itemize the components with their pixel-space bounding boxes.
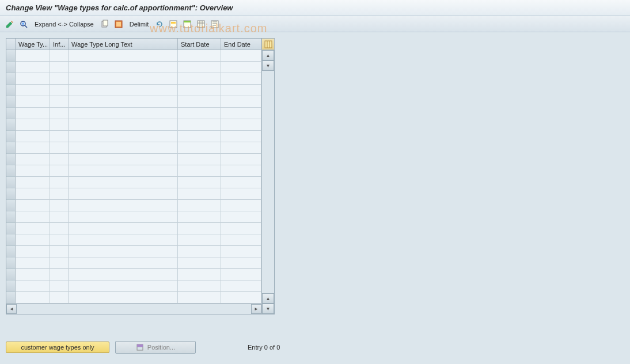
- cell-inf[interactable]: [50, 62, 69, 73]
- table-row[interactable]: [6, 73, 261, 85]
- cell-long-text[interactable]: [69, 177, 178, 188]
- table-row[interactable]: [6, 85, 261, 96]
- cell-wage-type[interactable]: [16, 50, 50, 62]
- col-long-text[interactable]: Wage Type Long Text: [69, 39, 178, 50]
- cell-end-date[interactable]: [221, 131, 261, 142]
- cell-start-date[interactable]: [178, 188, 221, 200]
- cell-end-date[interactable]: [221, 257, 261, 269]
- cell-long-text[interactable]: [69, 131, 178, 142]
- cell-start-date[interactable]: [178, 234, 221, 246]
- cell-inf[interactable]: [50, 223, 69, 234]
- cell-end-date[interactable]: [221, 62, 261, 73]
- cell-wage-type[interactable]: [16, 62, 50, 73]
- cell-wage-type[interactable]: [16, 165, 50, 177]
- table-row[interactable]: [6, 188, 261, 200]
- row-selector[interactable]: [6, 280, 16, 292]
- print-icon[interactable]: [210, 19, 220, 29]
- cell-start-date[interactable]: [178, 62, 221, 73]
- row-selector[interactable]: [6, 257, 16, 269]
- cell-inf[interactable]: [50, 211, 69, 223]
- row-selector[interactable]: [6, 177, 16, 188]
- row-selector[interactable]: [6, 108, 16, 119]
- cell-start-date[interactable]: [178, 119, 221, 131]
- cell-wage-type[interactable]: [16, 119, 50, 131]
- table-row[interactable]: [6, 131, 261, 142]
- undo-icon[interactable]: [154, 19, 165, 29]
- table-row[interactable]: [6, 246, 261, 257]
- other-view-icon[interactable]: [18, 19, 29, 29]
- cell-inf[interactable]: [50, 257, 69, 269]
- cell-start-date[interactable]: [178, 280, 221, 292]
- cell-end-date[interactable]: [221, 177, 261, 188]
- cell-long-text[interactable]: [69, 62, 178, 73]
- cell-long-text[interactable]: [69, 96, 178, 108]
- cell-start-date[interactable]: [178, 131, 221, 142]
- cell-inf[interactable]: [50, 154, 69, 165]
- table-row[interactable]: [6, 177, 261, 188]
- cell-start-date[interactable]: [178, 200, 221, 211]
- cell-end-date[interactable]: [221, 96, 261, 108]
- customer-wage-types-button[interactable]: customer wage types only: [6, 342, 109, 353]
- cell-inf[interactable]: [50, 142, 69, 154]
- cell-end-date[interactable]: [221, 200, 261, 211]
- row-selector[interactable]: [6, 142, 16, 154]
- cell-inf[interactable]: [50, 200, 69, 211]
- vertical-scrollbar[interactable]: ▲ ▼ ▲ ▼: [261, 39, 274, 314]
- cell-start-date[interactable]: [178, 223, 221, 234]
- cell-inf[interactable]: [50, 119, 69, 131]
- cell-end-date[interactable]: [221, 292, 261, 304]
- scroll-track-v[interactable]: [262, 71, 274, 293]
- copy-icon[interactable]: [100, 19, 110, 29]
- cell-start-date[interactable]: [178, 292, 221, 304]
- cell-inf[interactable]: [50, 188, 69, 200]
- table-row[interactable]: [6, 119, 261, 131]
- cell-end-date[interactable]: [221, 154, 261, 165]
- row-selector[interactable]: [6, 188, 16, 200]
- cell-inf[interactable]: [50, 96, 69, 108]
- cell-end-date[interactable]: [221, 142, 261, 154]
- row-selector[interactable]: [6, 50, 16, 62]
- cell-long-text[interactable]: [69, 85, 178, 96]
- col-start-date[interactable]: Start Date: [178, 39, 221, 50]
- row-selector[interactable]: [6, 154, 16, 165]
- table-row[interactable]: [6, 257, 261, 269]
- cell-wage-type[interactable]: [16, 269, 50, 280]
- cell-long-text[interactable]: [69, 269, 178, 280]
- row-selector[interactable]: [6, 119, 16, 131]
- table-row[interactable]: [6, 142, 261, 154]
- cell-end-date[interactable]: [221, 188, 261, 200]
- cell-wage-type[interactable]: [16, 154, 50, 165]
- scroll-down-icon[interactable]: ▼: [262, 60, 274, 71]
- cell-long-text[interactable]: [69, 165, 178, 177]
- select-block-icon[interactable]: [168, 19, 179, 29]
- cell-long-text[interactable]: [69, 50, 178, 62]
- cell-start-date[interactable]: [178, 108, 221, 119]
- cell-end-date[interactable]: [221, 73, 261, 85]
- cell-wage-type[interactable]: [16, 280, 50, 292]
- cell-inf[interactable]: [50, 131, 69, 142]
- scroll-up-icon[interactable]: ▲: [262, 50, 274, 60]
- scroll-down2-icon[interactable]: ▼: [262, 304, 274, 314]
- cell-inf[interactable]: [50, 292, 69, 304]
- cell-wage-type[interactable]: [16, 177, 50, 188]
- horizontal-scrollbar[interactable]: ◄ ►: [6, 304, 261, 314]
- cell-start-date[interactable]: [178, 269, 221, 280]
- cell-wage-type[interactable]: [16, 96, 50, 108]
- cell-inf[interactable]: [50, 280, 69, 292]
- row-selector[interactable]: [6, 96, 16, 108]
- cell-start-date[interactable]: [178, 73, 221, 85]
- cell-wage-type[interactable]: [16, 292, 50, 304]
- cell-start-date[interactable]: [178, 85, 221, 96]
- cell-wage-type[interactable]: [16, 142, 50, 154]
- table-row[interactable]: [6, 292, 261, 304]
- row-selector[interactable]: [6, 62, 16, 73]
- row-selector[interactable]: [6, 85, 16, 96]
- table-row[interactable]: [6, 280, 261, 292]
- cell-inf[interactable]: [50, 246, 69, 257]
- cell-inf[interactable]: [50, 234, 69, 246]
- table-settings-icon[interactable]: [196, 19, 206, 29]
- cell-wage-type[interactable]: [16, 188, 50, 200]
- cell-wage-type[interactable]: [16, 234, 50, 246]
- table-row[interactable]: [6, 165, 261, 177]
- scroll-left-icon[interactable]: ◄: [6, 304, 17, 314]
